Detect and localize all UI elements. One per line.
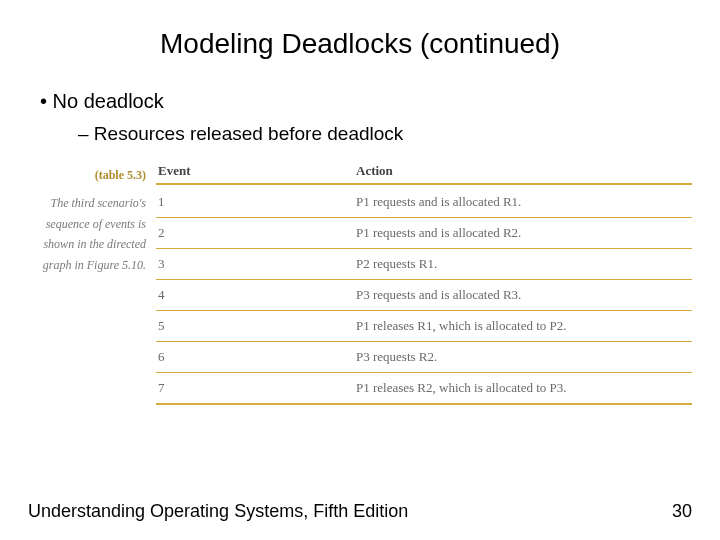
- cell-event: 6: [156, 349, 356, 365]
- page-number: 30: [672, 501, 692, 522]
- table-caption: (table 5.3) The third scenario's sequenc…: [28, 163, 156, 407]
- slide: Modeling Deadlocks (continued) No deadlo…: [0, 0, 720, 540]
- cell-event: 2: [156, 225, 356, 241]
- table-row: 6 P3 requests R2.: [156, 342, 692, 372]
- cell-event: 1: [156, 194, 356, 210]
- col-header-event: Event: [156, 163, 356, 179]
- caption-line: sequence of events is: [46, 217, 146, 231]
- bullet-level2: Resources released before deadlock: [78, 123, 692, 145]
- rule-heavy: [156, 403, 692, 405]
- table-row: 1 P1 requests and is allocated R1.: [156, 187, 692, 217]
- table-row: 2 P1 requests and is allocated R2.: [156, 218, 692, 248]
- table-row: 5 P1 releases R1, which is allocated to …: [156, 311, 692, 341]
- bullet-level1: No deadlock: [40, 90, 692, 113]
- page-title: Modeling Deadlocks (continued): [28, 28, 692, 60]
- caption-line: The third scenario's: [51, 196, 146, 210]
- caption-line: shown in the directed: [43, 237, 146, 251]
- cell-event: 3: [156, 256, 356, 272]
- event-table: Event Action 1 P1 requests and is alloca…: [156, 163, 692, 407]
- col-header-action: Action: [356, 163, 692, 179]
- cell-action: P1 releases R1, which is allocated to P2…: [356, 318, 692, 334]
- table-row: 7 P1 releases R2, which is allocated to …: [156, 373, 692, 403]
- cell-event: 5: [156, 318, 356, 334]
- footer: Understanding Operating Systems, Fifth E…: [28, 501, 692, 522]
- cell-action: P1 requests and is allocated R2.: [356, 225, 692, 241]
- table-label: (table 5.3): [28, 165, 146, 185]
- cell-action: P2 requests R1.: [356, 256, 692, 272]
- cell-action: P1 releases R2, which is allocated to P3…: [356, 380, 692, 396]
- table-row: 3 P2 requests R1.: [156, 249, 692, 279]
- footer-text: Understanding Operating Systems, Fifth E…: [28, 501, 408, 522]
- bullet-list: No deadlock Resources released before de…: [40, 90, 692, 145]
- caption-line: graph in Figure 5.10.: [43, 258, 146, 272]
- cell-action: P3 requests and is allocated R3.: [356, 287, 692, 303]
- cell-event: 4: [156, 287, 356, 303]
- figure-wrap: (table 5.3) The third scenario's sequenc…: [28, 163, 692, 407]
- table-header: Event Action: [156, 163, 692, 183]
- cell-action: P3 requests R2.: [356, 349, 692, 365]
- cell-event: 7: [156, 380, 356, 396]
- rule-heavy: [156, 183, 692, 185]
- cell-action: P1 requests and is allocated R1.: [356, 194, 692, 210]
- table-row: 4 P3 requests and is allocated R3.: [156, 280, 692, 310]
